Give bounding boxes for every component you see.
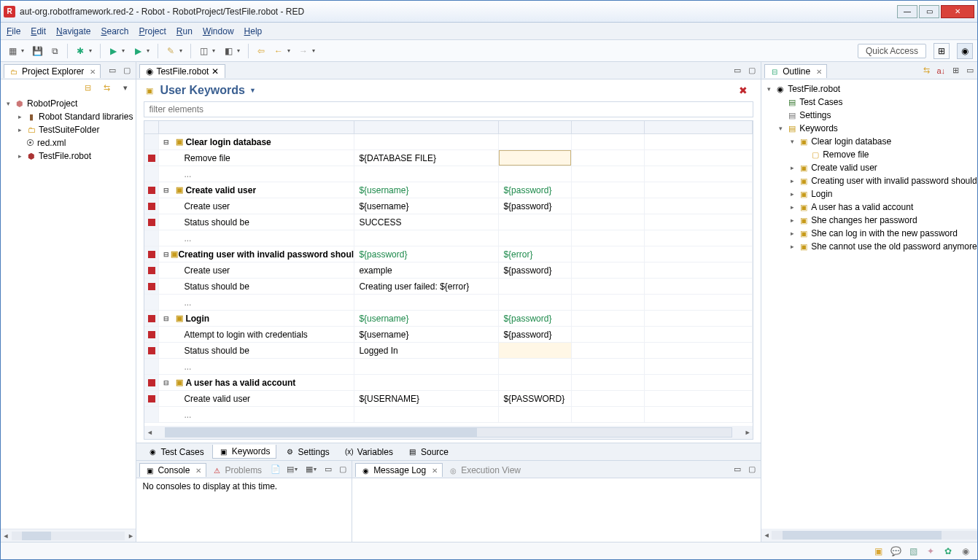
collapse-icon[interactable]: ▾ [764, 85, 773, 93]
close-button[interactable]: ✕ [941, 5, 974, 18]
editor-tab-source[interactable]: ▤Source [401, 445, 455, 459]
close-icon[interactable]: ✕ [816, 68, 822, 76]
outline-item[interactable]: ▸▣Create valid user [764, 161, 977, 174]
close-icon[interactable]: ✕ [211, 66, 219, 77]
filter-input[interactable] [144, 101, 753, 117]
tree-item[interactable]: ⦿ red.xml [4, 136, 133, 149]
filter-icon[interactable]: ◧ [221, 44, 236, 58]
table-row[interactable]: ⊟▣Login${username}${password} [144, 311, 753, 327]
collapse-icon[interactable]: ⊟ [163, 251, 169, 258]
table-row[interactable]: Create userexample${password} [144, 262, 753, 279]
menu-run[interactable]: Run [176, 26, 193, 36]
close-icon[interactable]: ✕ [432, 467, 438, 475]
close-icon[interactable]: ✕ [90, 68, 96, 76]
new-icon[interactable]: ▦ [5, 44, 20, 58]
table-row[interactable]: Create user${username}${password} [144, 198, 753, 214]
collapse-icon[interactable]: ▾ [4, 100, 12, 107]
delete-icon[interactable]: ✖ [739, 85, 748, 96]
table-row[interactable]: Status should beLogged In [144, 343, 753, 359]
collapse-icon[interactable]: ▾ [776, 125, 785, 132]
cell-editor[interactable] [499, 150, 571, 166]
outline-item[interactable]: ▤Test Cases [764, 96, 977, 109]
expand-icon[interactable]: ▸ [788, 164, 796, 171]
minimize-view-icon[interactable]: ▭ [731, 65, 743, 77]
horizontal-scrollbar[interactable]: ◄► [761, 529, 977, 542]
horizontal-scrollbar[interactable]: ◄► [144, 426, 753, 439]
dropdown-icon[interactable]: ▾ [314, 466, 319, 472]
close-icon[interactable]: ✕ [195, 467, 201, 475]
dropdown-icon[interactable]: ▾ [179, 47, 185, 54]
outline-item[interactable]: ▸▣Login [764, 187, 977, 201]
outline-item[interactable]: ▸▣A user has a valid account [764, 201, 977, 214]
expand-all-icon[interactable]: ⊞ [950, 65, 961, 77]
expand-icon[interactable]: ▸ [788, 243, 796, 250]
menu-project[interactable]: Project [139, 26, 166, 36]
collapse-all-icon[interactable]: ⊟ [82, 82, 93, 93]
table-row[interactable]: ... [144, 230, 753, 246]
expand-icon[interactable]: ▸ [788, 203, 796, 211]
outline-item[interactable]: ▸▣She can log in with the new password [764, 227, 977, 240]
table-row[interactable]: ... [144, 295, 753, 311]
run-last-icon[interactable]: ▶ [131, 44, 145, 58]
maximize-view-icon[interactable]: ▢ [121, 65, 133, 77]
tree-item[interactable]: ▸ ▮ Robot Standard libraries [4, 110, 133, 123]
outline-item[interactable]: ▾▤Keywords [764, 122, 977, 135]
expand-icon[interactable]: ▸ [15, 152, 24, 160]
editor-tab-variables[interactable]: (x)Variables [338, 445, 400, 459]
table-row[interactable]: Create valid user${USERNAME}${PASSWORD} [144, 391, 753, 407]
quick-access-input[interactable]: Quick Access [858, 44, 926, 58]
link-editor-icon[interactable]: ⇆ [101, 82, 112, 93]
dropdown-icon[interactable]: ▾ [295, 466, 300, 472]
collapse-icon[interactable]: ⊟ [163, 315, 172, 322]
toggle-icon[interactable]: ◫ [196, 44, 211, 58]
status-icon[interactable]: ✿ [942, 545, 954, 557]
dropdown-icon[interactable]: ▼ [249, 87, 256, 94]
table-row[interactable]: ... [144, 166, 753, 182]
expand-icon[interactable]: ▸ [788, 177, 796, 184]
collapse-icon[interactable]: ⊟ [163, 139, 172, 146]
status-icon[interactable]: 💬 [890, 545, 901, 557]
debug-config-icon[interactable]: ✱ [73, 44, 88, 58]
minimize-button[interactable]: — [897, 5, 917, 18]
robot-perspective-icon[interactable]: ◉ [957, 43, 973, 59]
status-icon[interactable]: ◉ [960, 545, 971, 557]
outline-item[interactable]: ▾▣Clear login database [764, 135, 977, 148]
maximize-view-icon[interactable]: ▢ [746, 65, 758, 77]
menu-navigate[interactable]: Navigate [56, 26, 90, 36]
status-icon[interactable]: ▧ [907, 545, 919, 557]
menu-search[interactable]: Search [101, 26, 128, 36]
dropdown-icon[interactable]: ▾ [147, 47, 152, 54]
execution-view-tab[interactable]: ◎ Execution View [443, 463, 526, 477]
outline-item[interactable]: ▸▣She cannot use the old password anymor… [764, 240, 977, 253]
table-row[interactable]: ⊟▣Creating user with invalid password sh… [144, 246, 753, 262]
table-row[interactable]: ⊟▣Create valid user${username}${password… [144, 182, 753, 198]
nav-back-alt-icon[interactable]: ⇦ [254, 44, 268, 58]
dropdown-icon[interactable]: ▾ [21, 47, 27, 54]
expand-icon[interactable]: ▸ [788, 190, 796, 198]
outline-item[interactable]: ▸▣She changes her password [764, 214, 977, 227]
expand-icon[interactable]: ▸ [15, 113, 24, 120]
sort-icon[interactable]: a↓ [935, 65, 947, 77]
view-menu-icon[interactable]: ▾ [120, 82, 131, 93]
nav-fwd-icon[interactable]: → [296, 44, 311, 58]
table-row[interactable]: Remove file${DATABASE FILE} [144, 150, 753, 166]
minimize-view-icon[interactable]: ▭ [106, 65, 118, 77]
highlight-icon[interactable]: ✎ [163, 44, 178, 58]
minimize-view-icon[interactable]: ▭ [964, 65, 976, 77]
table-row[interactable]: Status should beCreating user failed: ${… [144, 279, 753, 295]
outline-tab[interactable]: ⊟ Outline ✕ [764, 64, 827, 78]
outline-item[interactable]: ▢Remove file [764, 148, 977, 161]
run-icon[interactable]: ▶ [106, 44, 120, 58]
minimize-view-icon[interactable]: ▭ [731, 464, 743, 475]
menu-window[interactable]: Window [203, 26, 234, 36]
collapse-icon[interactable]: ▾ [788, 138, 796, 145]
collapse-icon[interactable]: ⊟ [163, 187, 172, 194]
dropdown-icon[interactable]: ▾ [122, 47, 128, 54]
editor-tab-test-cases[interactable]: ◉Test Cases [141, 445, 210, 459]
table-row[interactable]: ⊟▣Clear login database [144, 134, 753, 150]
maximize-view-icon[interactable]: ▢ [746, 464, 758, 475]
dropdown-icon[interactable]: ▾ [212, 47, 218, 54]
tree-item[interactable]: ▸ 🗀 TestSuiteFolder [4, 123, 133, 136]
expand-icon[interactable]: ▸ [15, 126, 24, 133]
table-row[interactable]: Attempt to login with credentials${usern… [144, 327, 753, 343]
